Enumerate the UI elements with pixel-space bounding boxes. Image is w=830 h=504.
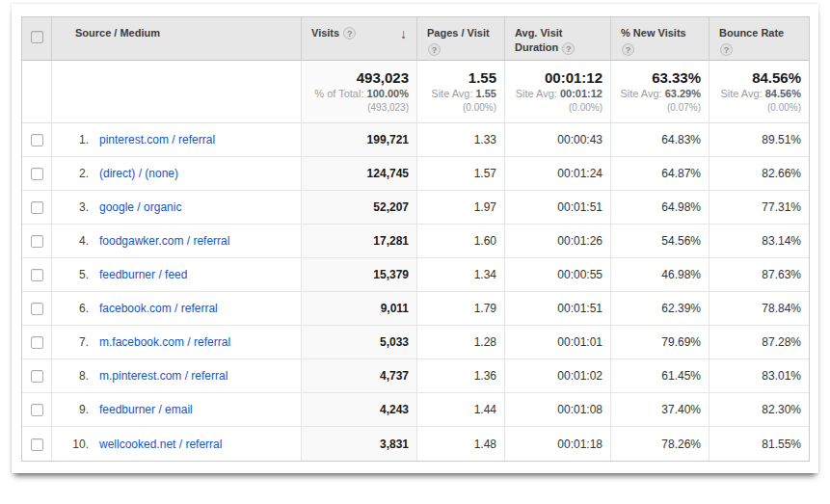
- source-medium-link[interactable]: m.pinterest.com / referral: [99, 369, 228, 383]
- pages-per-visit-cell: 1.60: [417, 225, 505, 258]
- visits-cell: 199,721: [302, 123, 417, 157]
- table-row: 5.feedburner / feed 15,379 1.34 00:00:55…: [22, 258, 809, 292]
- row-number: 6.: [62, 302, 89, 315]
- row-checkbox-cell: [22, 393, 52, 427]
- pages-per-visit-cell: 1.33: [417, 123, 505, 157]
- summary-visits-total: 493,023: [306, 68, 409, 87]
- col-header-avg-visit-duration[interactable]: Avg. Visit Duration?: [505, 17, 611, 61]
- source-medium-link[interactable]: feedburner / email: [99, 403, 193, 416]
- table-row: 8.m.pinterest.com / referral 4,737 1.36 …: [22, 359, 809, 393]
- new-visits-cell: 61.45%: [611, 359, 710, 393]
- pages-per-visit-cell: 1.97: [417, 191, 505, 225]
- row-checkbox-cell: [22, 191, 52, 225]
- bounce-rate-cell: 82.66%: [710, 157, 809, 191]
- help-icon[interactable]: ?: [720, 43, 733, 56]
- sort-descending-icon[interactable]: ↓: [400, 27, 407, 40]
- avg-visit-duration-cell: 00:01:01: [505, 326, 611, 359]
- row-checkbox-cell: [22, 225, 52, 258]
- avg-visit-duration-cell: 00:01:18: [505, 427, 611, 461]
- new-visits-cell: 64.87%: [611, 157, 710, 191]
- new-visits-cell: 79.69%: [611, 326, 710, 359]
- row-checkbox[interactable]: [31, 438, 43, 451]
- source-medium-link[interactable]: feedburner / feed: [99, 268, 187, 281]
- col-header-source-medium[interactable]: Source / Medium: [52, 17, 302, 61]
- row-checkbox[interactable]: [31, 269, 43, 281]
- row-checkbox-cell: [22, 157, 52, 191]
- table-row: 7.m.facebook.com / referral 5,033 1.28 0…: [22, 326, 809, 359]
- col-header-bounce-rate[interactable]: Bounce Rate ?: [710, 17, 809, 61]
- table-row: 2.(direct) / (none) 124,745 1.57 00:01:2…: [22, 157, 809, 191]
- new-visits-cell: 54.56%: [611, 225, 710, 258]
- col-header-pages-per-visit[interactable]: Pages / Visit ?: [417, 17, 505, 61]
- source-medium-link[interactable]: (direct) / (none): [99, 167, 178, 180]
- new-visits-cell: 64.83%: [611, 123, 710, 157]
- col-header-new-visits[interactable]: % New Visits ?: [611, 17, 710, 61]
- row-number: 2.: [62, 167, 89, 180]
- summary-source-spacer: [52, 61, 302, 123]
- source-medium-link[interactable]: wellcooked.net / referral: [99, 438, 222, 451]
- source-medium-link[interactable]: facebook.com / referral: [99, 302, 218, 315]
- row-checkbox-cell: [22, 427, 52, 461]
- bounce-rate-cell: 78.84%: [710, 292, 809, 326]
- visits-cell: 17,281: [302, 225, 417, 258]
- pages-per-visit-cell: 1.79: [417, 292, 505, 326]
- row-checkbox[interactable]: [31, 134, 43, 146]
- avg-visit-duration-cell: 00:00:43: [505, 123, 611, 157]
- avg-visit-duration-cell: 00:01:51: [505, 292, 611, 326]
- visits-cell: 5,033: [302, 326, 417, 359]
- help-icon[interactable]: ?: [622, 43, 634, 56]
- table-row: 3.google / organic 52,207 1.97 00:01:51 …: [22, 191, 809, 225]
- row-checkbox[interactable]: [31, 235, 43, 248]
- table-row: 9.feedburner / email 4,243 1.44 00:01:08…: [22, 393, 809, 427]
- source-medium-link[interactable]: google / organic: [99, 200, 181, 214]
- row-number: 4.: [62, 234, 89, 248]
- visits-cell: 4,737: [302, 359, 417, 393]
- row-checkbox-cell: [22, 258, 52, 292]
- row-checkbox[interactable]: [31, 201, 43, 214]
- row-number: 3.: [62, 200, 89, 214]
- avg-visit-duration-cell: 00:01:02: [505, 359, 611, 393]
- col-label-avg-visit-duration: Avg. Visit Duration: [515, 27, 563, 53]
- row-number: 5.: [62, 268, 89, 281]
- row-checkbox[interactable]: [31, 303, 43, 315]
- select-all-checkbox[interactable]: [31, 31, 43, 43]
- summary-new-visits: 63.33% Site Avg: 63.29% (0.07%): [611, 61, 710, 123]
- row-number: 8.: [62, 369, 89, 383]
- row-number: 10.: [62, 438, 89, 451]
- source-medium-cell: 8.m.pinterest.com / referral: [52, 359, 302, 393]
- summary-bounce-rate: 84.56% Site Avg: 84.56% (0.00%): [710, 61, 809, 123]
- table-row: 6.facebook.com / referral 9,011 1.79 00:…: [22, 292, 809, 326]
- pages-per-visit-cell: 1.28: [417, 326, 505, 359]
- help-icon[interactable]: ?: [562, 42, 575, 55]
- bounce-rate-cell: 82.30%: [710, 393, 809, 427]
- summary-visits: 493,023 % of Total: 100.00% (493,023): [302, 61, 417, 123]
- summary-pages-per-visit: 1.55 Site Avg: 1.55 (0.00%): [417, 61, 505, 123]
- pages-per-visit-cell: 1.57: [417, 157, 505, 191]
- row-checkbox[interactable]: [31, 168, 43, 180]
- bounce-rate-cell: 89.51%: [710, 123, 809, 157]
- visits-cell: 9,011: [302, 292, 417, 326]
- source-medium-cell: 7.m.facebook.com / referral: [52, 326, 302, 359]
- row-checkbox-cell: [22, 359, 52, 393]
- help-icon[interactable]: ?: [428, 43, 441, 56]
- row-checkbox[interactable]: [31, 404, 43, 416]
- col-label-visits: Visits: [311, 26, 339, 40]
- row-number: 9.: [62, 403, 89, 416]
- row-checkbox[interactable]: [31, 370, 43, 383]
- pages-per-visit-cell: 1.48: [417, 427, 505, 461]
- row-checkbox[interactable]: [31, 336, 43, 349]
- source-medium-link[interactable]: m.facebook.com / referral: [99, 335, 230, 349]
- pages-per-visit-cell: 1.44: [417, 393, 505, 427]
- source-medium-cell: 4.foodgawker.com / referral: [52, 225, 302, 258]
- source-medium-cell: 2.(direct) / (none): [52, 157, 302, 191]
- col-header-visits[interactable]: Visits ? ↓: [302, 17, 417, 61]
- source-medium-cell: 9.feedburner / email: [52, 393, 302, 427]
- source-medium-link[interactable]: foodgawker.com / referral: [99, 234, 229, 248]
- avg-visit-duration-cell: 00:01:08: [505, 393, 611, 427]
- source-medium-link[interactable]: pinterest.com / referral: [99, 133, 215, 146]
- bounce-rate-cell: 77.31%: [710, 191, 809, 225]
- help-icon[interactable]: ?: [343, 27, 356, 40]
- source-medium-cell: 6.facebook.com / referral: [52, 292, 302, 326]
- row-checkbox-cell: [22, 292, 52, 326]
- summary-visits-sub: (493,023): [306, 101, 409, 114]
